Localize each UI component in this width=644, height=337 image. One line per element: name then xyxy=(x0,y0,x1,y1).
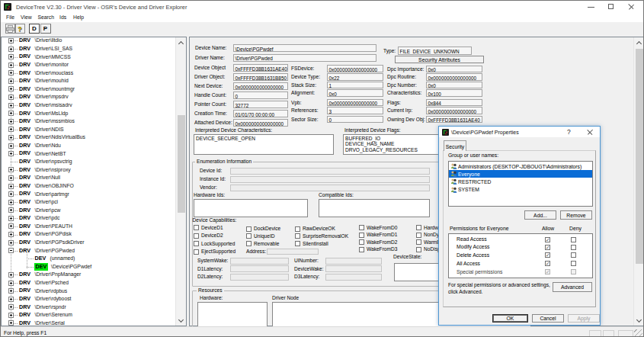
deny-checkbox[interactable] xyxy=(571,237,576,242)
stat-label: Pointer Count: xyxy=(194,101,226,108)
wake-field[interactable] xyxy=(230,258,289,265)
stat-field[interactable]: 0x0 xyxy=(426,82,482,89)
stat-field[interactable]: 0x0000000000000000 xyxy=(426,107,482,114)
details-scroll-down-icon[interactable] xyxy=(634,315,644,326)
status-text: For Help, press F1 xyxy=(4,330,46,336)
resize-grip[interactable] xyxy=(634,329,642,337)
capability-checkbox[interactable] xyxy=(246,226,252,232)
capability-checkbox[interactable] xyxy=(194,241,199,246)
allow-checkbox[interactable]: ✓ xyxy=(545,252,550,258)
wake-field[interactable] xyxy=(325,265,382,272)
user-group-icon xyxy=(450,187,457,193)
capability-checkbox[interactable] xyxy=(359,225,364,230)
group-user-names-list[interactable]: Administrators (DESKTOP-JDBOUGT\Administ… xyxy=(448,161,593,207)
wake-field[interactable] xyxy=(325,274,382,281)
capability-checkbox[interactable] xyxy=(416,233,421,238)
capability-checkbox[interactable] xyxy=(194,233,199,239)
compatible-ids-box[interactable] xyxy=(319,199,430,218)
advanced-note-line2: click Advanced. xyxy=(448,289,482,295)
capability-checkbox[interactable] xyxy=(295,241,300,246)
stat-field[interactable]: 0x100 xyxy=(426,89,482,97)
capability-checkbox[interactable] xyxy=(359,247,364,252)
user-list-item[interactable]: SYSTEM xyxy=(449,186,592,194)
details-scrollbar[interactable] xyxy=(633,37,644,326)
deny-checkbox[interactable] xyxy=(571,261,576,266)
address-field[interactable] xyxy=(267,249,319,255)
stat-field[interactable]: 0x0 xyxy=(426,66,482,73)
stat-field[interactable]: 0xFFFFD38B1631B850 xyxy=(233,73,288,81)
security-attributes-button[interactable]: Security Attributes xyxy=(395,56,484,63)
tab-security[interactable]: Security xyxy=(444,140,466,151)
stat-field[interactable]: 0x0000000000000000 xyxy=(426,73,482,81)
allow-checkbox: ✓ xyxy=(545,269,550,274)
capability-checkbox[interactable] xyxy=(246,233,252,239)
capability-label: Removable xyxy=(254,241,279,247)
device-name-field[interactable]: \Device\PGPwdef xyxy=(233,44,376,52)
stat-field[interactable]: 0x0000000000000000 xyxy=(233,119,288,127)
stat-field[interactable]: 01/01/70 00:00:00 xyxy=(233,110,288,117)
stat-field[interactable]: 3 xyxy=(327,107,383,114)
remove-button[interactable]: Remove xyxy=(560,210,592,220)
cancel-button[interactable]: Cancel xyxy=(532,314,564,323)
dialog-help-button[interactable]: ? xyxy=(567,128,571,136)
stat-label: Alignment: xyxy=(291,90,315,96)
hardware-ids-label: Hardware Ids: xyxy=(194,192,225,198)
apply-button[interactable]: Apply xyxy=(568,314,600,323)
interpreted-characteristics-box[interactable]: DEVICE_SECURE_OPEN xyxy=(194,134,334,156)
enumeration-field[interactable] xyxy=(230,185,430,191)
allow-checkbox[interactable]: ✓ xyxy=(545,245,550,250)
wake-field[interactable] xyxy=(230,265,289,272)
capability-checkbox[interactable] xyxy=(295,233,300,239)
stat-field[interactable]: 0x0000000000000000 xyxy=(327,99,383,107)
capability-checkbox[interactable] xyxy=(295,226,300,232)
stat-field[interactable]: 0xFFFFD38B1631AE40 xyxy=(233,64,288,72)
deny-column-header: Deny xyxy=(569,226,582,232)
user-name: SYSTEM xyxy=(458,187,479,192)
details-scrollbar-thumb[interactable] xyxy=(636,49,644,264)
wake-field[interactable] xyxy=(325,258,382,265)
capability-checkbox[interactable] xyxy=(416,225,421,230)
driver-name-field[interactable]: \Driver\PGPwded xyxy=(233,54,376,62)
capability-checkbox[interactable] xyxy=(416,239,421,245)
allow-checkbox[interactable]: ✓ xyxy=(545,261,550,266)
user-list-item[interactable]: RESTRICTED xyxy=(449,178,592,185)
user-name: Everyone xyxy=(458,172,480,177)
ok-button[interactable]: OK xyxy=(492,314,528,323)
stat-field[interactable]: 0x0 xyxy=(327,89,383,97)
hardware-ids-box[interactable] xyxy=(194,199,308,218)
wake-field[interactable] xyxy=(230,274,289,281)
capability-checkbox[interactable] xyxy=(359,239,364,245)
stat-field[interactable]: 32772 xyxy=(233,101,288,108)
capability-checkbox[interactable] xyxy=(416,247,421,252)
deny-checkbox xyxy=(571,269,576,274)
capability-checkbox[interactable] xyxy=(194,249,199,255)
add-button[interactable]: Add... xyxy=(524,210,556,220)
deny-checkbox[interactable] xyxy=(571,252,576,258)
stat-field[interactable]: 0x22 xyxy=(327,73,383,81)
stat-field[interactable]: 0x844 xyxy=(426,99,482,107)
stat-field[interactable]: 0 xyxy=(233,91,288,99)
device-type-field[interactable]: FILE_DEVICE_UNKNOWN xyxy=(398,47,472,55)
capability-checkbox[interactable] xyxy=(194,225,199,230)
capability-checkbox[interactable] xyxy=(246,241,252,246)
stat-field[interactable]: 1 xyxy=(327,82,383,89)
allow-checkbox[interactable]: ✓ xyxy=(545,237,550,242)
user-list-item[interactable]: Administrators (DESKTOP-JDBOUGT\Administ… xyxy=(449,162,592,170)
deny-checkbox[interactable] xyxy=(571,245,576,250)
details-scroll-up-icon[interactable] xyxy=(634,37,644,48)
dialog-close-button[interactable] xyxy=(585,127,595,137)
enumeration-field[interactable] xyxy=(230,176,430,183)
advanced-button[interactable]: Advanced xyxy=(553,282,592,292)
user-group-icon xyxy=(450,178,457,185)
stat-field[interactable]: 0x0000000000000000 xyxy=(327,65,383,72)
stat-field[interactable]: 0 xyxy=(327,116,383,124)
resources-group-title: Resources xyxy=(197,287,224,294)
stat-field[interactable]: 0xFFFFD38B1631AE40 xyxy=(426,116,482,124)
stat-label: Attached Device: xyxy=(194,120,232,126)
user-list-item[interactable]: Everyone xyxy=(449,170,592,178)
group-user-names-label: Group or user names: xyxy=(448,152,498,159)
stat-field[interactable]: 0x0000000000000000 xyxy=(233,82,288,90)
capability-label: SurpriseRemovalOK xyxy=(303,233,348,239)
capability-checkbox[interactable] xyxy=(359,233,364,238)
enumeration-field[interactable] xyxy=(230,168,430,175)
